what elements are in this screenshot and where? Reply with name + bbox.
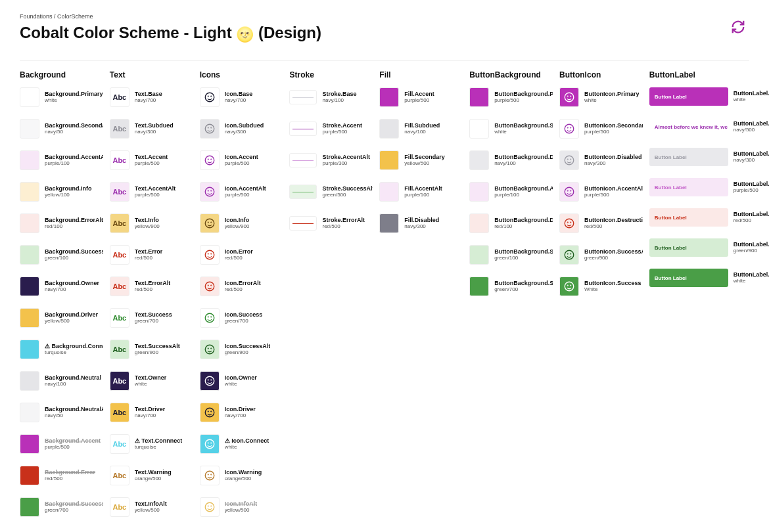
token-value: purple/500 [135,192,175,198]
swatch-meta: Background.Successgreen/700 [45,501,103,514]
svg-point-49 [567,159,568,160]
token-value: white [494,129,553,135]
token-value: yellow/900 [135,224,160,230]
svg-point-28 [208,380,208,380]
col-title-icons: Icons [200,70,283,79]
swatch-meta: Text.Warningorange/500 [135,470,172,482]
col-title-fill: Fill [379,70,463,79]
token-value: green/700 [45,508,103,514]
swatch-row: Background.Errorred/500 [20,466,103,485]
swatch-row: AbcText.Infoyellow/900 [110,213,193,233]
swatch-row: Fill.Disablednavy/300 [379,213,463,233]
swatch-row: Icon.Successgreen/700 [200,308,283,328]
swatch-row: Background.Primarywhite [20,87,103,107]
icon-swatch [200,182,220,202]
swatch-row: AbcText.Errorred/500 [110,245,193,265]
swatch-row: Icon.SuccessAltgreen/900 [200,340,283,359]
swatch-meta: Background.NeutralAltnavy/50 [45,407,103,419]
column-icons: Icons Icon.Basenavy/700Icon.Subduednavy/… [200,70,283,529]
stroke-swatch [289,153,317,167]
svg-point-43 [567,96,568,97]
icon-swatch [559,182,579,202]
column-fill: Fill Fill.Accentpurple/500Fill.Subduedna… [379,70,463,529]
swatch-meta: Stroke.ErrorAltred/500 [322,217,365,230]
col-title-stroke: Stroke [289,70,373,79]
swatch-meta: Text.Errorred/500 [135,249,162,261]
refresh-button[interactable] [731,20,745,34]
column-background: Background Background.PrimarywhiteBackgr… [20,70,103,529]
svg-point-45 [565,124,574,133]
swatch-row: ButtonIcon.Disablednavy/300 [559,150,643,170]
token-value: green/100 [494,255,553,261]
text-swatch: Abc [110,497,129,517]
svg-point-32 [211,411,212,412]
svg-point-16 [208,254,208,254]
swatch-meta: ButtonLabel.Secondarynavy/500 [734,121,749,133]
icon-swatch [200,150,220,170]
token-value: red/100 [494,224,553,230]
icon-swatch [200,213,220,233]
color-swatch [20,245,39,265]
swatch-meta: Background.Neutralnavy/100 [45,375,101,388]
svg-point-15 [205,250,214,259]
swatch-row: Fill.Secondaryyellow/500 [379,150,463,170]
token-value: navy/700 [135,413,165,419]
token-value: purple/500 [404,98,434,104]
svg-point-52 [567,190,568,191]
token-value: purple/100 [45,161,103,167]
svg-point-33 [205,439,214,449]
svg-point-10 [208,190,208,191]
token-value: navy/700 [225,98,253,104]
button-label-row: Button LabelButtonLabel.Primarywhite [649,87,749,106]
svg-point-56 [571,222,571,223]
swatch-row: ButtonIcon.SuccessWhite [559,277,643,296]
swatch-row: Icon.Drivernavy/700 [200,403,283,422]
token-value: yellow/500 [404,161,445,167]
token-value: purple/100 [404,192,442,198]
text-swatch: Abc [110,182,129,202]
svg-point-1 [208,96,208,97]
text-swatch: Abc [110,119,129,139]
swatch-meta: Background.Primarywhite [45,91,103,104]
swatch-meta: Icon.SuccessAltgreen/900 [225,344,271,356]
token-value: yellow/500 [45,319,98,324]
swatch-row: AbcText.ErrorAltred/500 [110,277,193,296]
color-swatch [20,466,39,485]
swatch-meta: ButtonBackground.Destructivered/100 [494,217,553,230]
icon-swatch [559,245,579,265]
color-swatch [469,182,489,202]
svg-point-2 [211,96,212,97]
swatch-row: Fill.AccentAltpurple/100 [379,182,463,202]
swatch-meta: Icon.Accentpurple/500 [225,154,258,167]
color-swatch [20,371,39,391]
swatch-meta: Text.Drivernavy/700 [135,407,165,419]
swatch-row: ButtonBackground.Secondarywhite [469,119,553,139]
icon-swatch [559,150,579,170]
color-swatch [469,150,489,170]
token-value: navy/700 [45,287,99,293]
token-value: green/900 [584,255,643,261]
svg-point-50 [571,159,571,160]
token-value: purple/500 [734,188,749,194]
breadcrumb: Foundations / ColorScheme [20,13,749,20]
token-value: navy/100 [45,382,101,388]
token-value: red/500 [584,224,643,230]
svg-point-31 [208,411,208,412]
svg-point-39 [205,502,214,512]
svg-point-19 [208,285,208,286]
icon-swatch [200,87,220,107]
svg-point-8 [211,159,212,160]
button-label-sample: Button Label [649,87,728,106]
swatch-row: ButtonIcon.AccentAltpurple/500 [559,182,643,202]
color-swatch [20,277,39,296]
swatch-meta: Icon.Basenavy/700 [225,91,253,104]
svg-point-22 [208,317,208,317]
color-swatch [20,434,39,454]
token-value: navy/300 [135,129,174,135]
token-value: green/900 [734,248,749,254]
text-swatch: Abc [110,371,129,391]
token-value: white [225,445,269,451]
icon-swatch [200,119,220,139]
col-title-blabel: ButtonLabel [649,70,749,79]
swatch-meta: ButtonLabel.SuccessAltgreen/900 [734,242,749,254]
